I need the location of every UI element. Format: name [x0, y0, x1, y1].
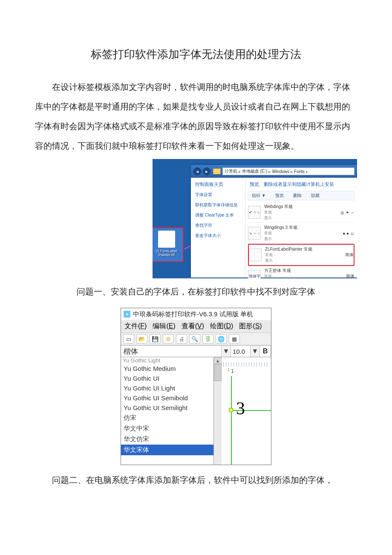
font-row[interactable]: ↘ ↔ ↓ Wingdings 3 常规 常规显示 ● ● ☺ — [248, 223, 355, 244]
list-item[interactable]: 华文中宋 — [121, 423, 213, 434]
list-item[interactable]: Yu Gothic Medium — [121, 364, 213, 373]
label-software-screenshot: ✦ 中琅条码标签打印软件-V6.3.9 试用版 单机 文件(F) 编辑(E) 查… — [121, 308, 271, 465]
bold-button[interactable]: B — [260, 346, 271, 357]
font-row-highlighted[interactable]: ZLFontLabelPainter 常规 常规显示 简体 — [248, 244, 355, 266]
sidebar-item[interactable]: 调整 ClearType 文本 — [195, 212, 241, 218]
list-item[interactable]: Yu Gothic Light — [121, 357, 213, 364]
zoom-icon[interactable]: 🔍 — [189, 334, 200, 344]
toolbar-hide[interactable]: 隐藏 — [311, 193, 320, 199]
menu-view[interactable]: 查看(V) — [182, 322, 204, 331]
print-icon[interactable]: 🖨 — [176, 334, 187, 344]
font-name-dropdown[interactable]: 楷体 — [121, 346, 222, 357]
font-preview-tile: 简体字 — [248, 270, 261, 278]
font-size-field[interactable]: 10.0 — [231, 346, 251, 357]
font-toolbar: 楷体 ▼ 10.0 ▼ B — [121, 345, 271, 357]
toolbar: ▭ 📂 💾 ⚙ 🖨 🔍 🗄 🌐 ▦ — [121, 332, 271, 345]
font-row[interactable]: 简体字 方正舒体 常规 常规显示 简体 — [248, 266, 355, 278]
toolbar-preview[interactable]: 预览 — [275, 193, 284, 199]
explorer-window: ◄ ► 计算机▸ 本地磁盘 (C:)▸ Windows▸ Fonts▸ 控制面板… — [191, 165, 357, 278]
app-icon: ✦ — [124, 311, 130, 318]
font-dropdown-list[interactable]: Yu Gothic Light Yu Gothic Medium Yu Goth… — [121, 357, 214, 465]
list-item[interactable]: Yu Gothic UI Semilight — [121, 403, 213, 413]
list-item[interactable]: Yu Gothic UI — [121, 373, 213, 383]
globe-icon[interactable]: 🌐 — [216, 334, 227, 344]
settings-icon[interactable]: ⚙ — [163, 334, 174, 344]
sidebar-item[interactable]: 查找字符 — [195, 223, 241, 228]
scrollbar[interactable]: ▲ — [214, 357, 222, 465]
menu-edit[interactable]: 编辑(E) — [153, 322, 175, 331]
control-panel-sidebar: 控制面板主页 字体设置 联机获取字体详细信息 调整 ClearType 文本 查… — [191, 178, 245, 278]
sidebar-item[interactable]: 更改字体大小 — [195, 233, 241, 239]
app-titlebar: ✦ 中琅条码标签打印软件-V6.3.9 试用版 单机 — [121, 308, 271, 320]
save-icon[interactable]: 💾 — [150, 334, 161, 344]
scroll-up-icon[interactable]: ▲ — [214, 357, 222, 364]
nav-forward-icon[interactable]: ► — [203, 168, 210, 175]
toolbar-delete[interactable]: 删除 — [293, 193, 302, 199]
fonts-folder-screenshot: ZLFontLabel Painter.ttf ◄ ► 计算机▸ 本地磁盘 (C… — [153, 159, 357, 278]
menu-draw[interactable]: 绘图(D) — [210, 322, 233, 331]
page-title: 标签打印软件添加字体无法使用的处理方法 — [35, 47, 357, 62]
nav-back-icon[interactable]: ◄ — [193, 168, 201, 175]
page-banner: 预览、删除或者显示和隐藏计算机上安装 — [245, 178, 357, 191]
grid-icon[interactable]: ▦ — [229, 334, 240, 344]
intro-paragraph: 在设计标签模板添加文字内容时，软件调用的时电脑系统字体库中的字体，字体库中的字体… — [35, 77, 357, 156]
sidebar-item[interactable]: 联机获取字体详细信息 — [195, 202, 241, 208]
database-icon[interactable]: 🗄 — [202, 334, 213, 344]
list-item[interactable]: Yu Gothic UI Semibold — [121, 393, 213, 403]
font-row[interactable]: ✔ ♀ ○ Webdings 常规 常规显示 ◎ ✦ → — [248, 202, 355, 223]
toolbar-organize[interactable]: 组织 ▼ — [252, 193, 266, 199]
folder-icon — [213, 168, 221, 174]
list-item[interactable]: 仿宋 — [121, 413, 213, 423]
ruler-horizontal: 1 1 — [222, 362, 271, 375]
menu-file[interactable]: 文件(F) — [124, 322, 147, 331]
caption-2: 问题二、在电脑系统字体库添加新字体后，软件中可以找到所添加的字体， — [35, 474, 357, 486]
breadcrumb[interactable]: 计算机▸ 本地磁盘 (C:)▸ Windows▸ Fonts▸ — [222, 168, 355, 175]
font-file-desktop-icon: ZLFontLabel Painter.ttf — [153, 227, 184, 262]
chevron-down-icon[interactable]: ▼ — [222, 346, 231, 357]
design-canvas[interactable]: 1 1 3 — [222, 357, 271, 465]
list-item[interactable]: Yu Gothic UI Light — [121, 383, 213, 393]
font-preview-tile: ↘ ↔ ↓ — [248, 227, 261, 240]
open-file-icon[interactable]: 📂 — [136, 334, 147, 344]
scroll-thumb[interactable] — [214, 364, 222, 381]
list-item-selected[interactable]: 华文宋体 — [121, 445, 213, 455]
new-file-icon[interactable]: ▭ — [123, 334, 134, 344]
file-label: ZLFontLabel Painter.ttf — [153, 249, 183, 258]
caption-1: 问题一、安装自己的字体后，在标签打印软件中找不到对应字体 — [35, 286, 357, 298]
file-icon — [158, 231, 175, 248]
list-item[interactable]: 华文仿宋 — [121, 434, 213, 445]
app-title: 中琅条码标签打印软件-V6.3.9 试用版 单机 — [133, 310, 253, 318]
address-bar: ◄ ► 计算机▸ 本地磁盘 (C:)▸ Windows▸ Fonts▸ — [191, 165, 357, 178]
menu-shape[interactable]: 图形(S) — [239, 322, 262, 331]
sidebar-heading: 控制面板主页 — [195, 181, 241, 188]
selection-handle[interactable] — [229, 408, 233, 412]
menubar: 文件(F) 编辑(E) 查看(V) 绘图(D) 图形(S) — [121, 320, 271, 332]
canvas-text[interactable]: 3 — [236, 398, 245, 419]
explorer-toolbar: 组织 ▼ 预览 删除 隐藏 — [248, 191, 355, 200]
font-preview-tile — [249, 249, 262, 261]
font-preview-tile: ✔ ♀ ○ — [248, 206, 261, 219]
sidebar-item[interactable]: 字体设置 — [195, 192, 241, 198]
chevron-down-icon[interactable]: ▼ — [251, 346, 260, 357]
guide-vertical — [231, 376, 232, 465]
